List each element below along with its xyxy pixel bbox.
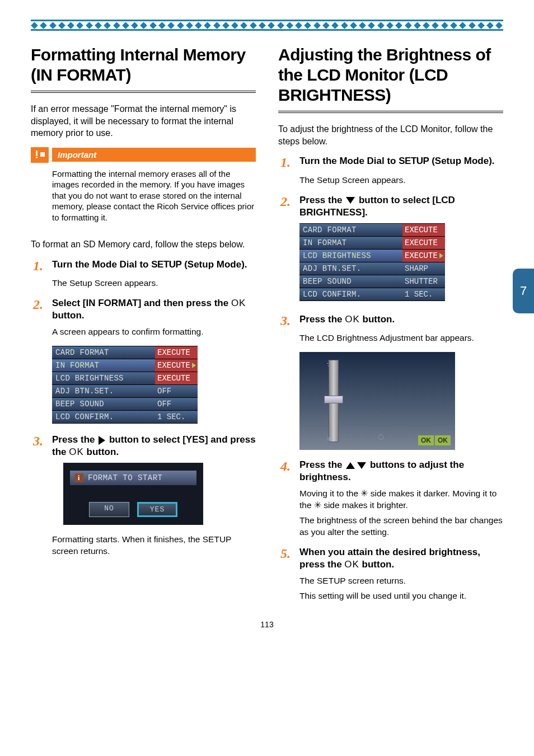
step-number: 3. <box>278 313 299 328</box>
menu-value: EXECUTE <box>402 250 445 262</box>
step-title: Press the buttons to adjust the brightne… <box>299 459 503 483</box>
menu-value: EXECUTE <box>402 237 445 249</box>
step-body: The Setup Screen appears. <box>52 278 256 289</box>
menu-value: SHARP <box>402 262 445 275</box>
heading-rule <box>278 111 503 113</box>
step-body: The LCD Brightness Adjustment bar appear… <box>299 332 503 344</box>
right-arrow-icon <box>99 436 105 445</box>
menu-row: BEEP SOUNDSHUTTER <box>299 275 445 288</box>
step-title: Press the button to select [LCD BRIGHTNE… <box>299 194 503 219</box>
step-body: A screen appears to confirm formatting. <box>52 326 256 338</box>
heading-rule <box>31 91 256 93</box>
left-preface: To format an SD Memory card, follow the … <box>31 238 256 251</box>
step-title: Turn the Mode Dial to SETUP (Setup Mode)… <box>52 259 247 273</box>
step-title: Turn the Mode Dial to SETUP (Setup Mode)… <box>299 155 495 170</box>
menu-row: LCD CONFIRM.1 SEC. <box>299 288 445 301</box>
page-number: 113 <box>0 620 534 629</box>
right-step-5: 5. When you attain the desired brightnes… <box>278 546 503 571</box>
step-body: The brightness of the screen behind the … <box>299 515 503 538</box>
menu-label: LCD CONFIRM. <box>52 411 155 423</box>
menu-row: IN FORMATEXECUTE <box>299 237 445 250</box>
menu-row: LCD BRIGHTNESSEXECUTE <box>299 250 445 262</box>
step-number: 4. <box>278 459 299 483</box>
menu-row: ADJ BTN.SET.SHARP <box>299 262 445 275</box>
menu-value: EXECUTE <box>155 346 198 359</box>
step-title: Select [IN FORMAT] and then press the OK… <box>52 297 256 322</box>
right-step-2: 2. Press the button to select [LCD BRIGH… <box>278 194 503 219</box>
brightness-dialog: ☀ ✳ ⌂ OKOK <box>299 352 455 450</box>
menu-value: OFF <box>155 398 198 410</box>
info-icon: i <box>74 473 83 482</box>
menu-row: ADJ BTN.SET.OFF <box>52 385 198 398</box>
step-number: 1. <box>31 259 52 273</box>
important-icon: ! <box>31 147 49 163</box>
brightness-knob <box>324 396 343 403</box>
important-label: Important <box>52 148 256 162</box>
yes-button: YES <box>137 502 177 517</box>
left-step-1: 1. Turn the Mode Dial to SETUP (Setup Mo… <box>31 259 256 273</box>
step-body: This setting will be used until you chan… <box>299 590 503 602</box>
left-heading: Formatting Internal Memory (IN FORMAT) <box>31 45 256 85</box>
right-column: Adjusting the Brightness of the LCD Moni… <box>278 45 503 610</box>
right-heading: Adjusting the Brightness of the LCD Moni… <box>278 45 503 105</box>
important-banner: ! Important <box>31 147 256 163</box>
left-step-3: 3. Press the button to select [YES] and … <box>31 434 256 458</box>
step-title: When you attain the desired brightness, … <box>299 546 503 571</box>
menu-label: BEEP SOUND <box>299 275 402 288</box>
menu-label: LCD BRIGHTNESS <box>52 372 155 384</box>
right-intro: To adjust the brightness of the LCD Moni… <box>278 123 503 147</box>
decorative-border: for (let i=0;i<52;i++) document.write('<… <box>31 20 503 31</box>
menu-value: OFF <box>155 385 198 397</box>
step-number: 3. <box>31 434 52 458</box>
step-number: 1. <box>278 155 299 170</box>
menu-label: CARD FORMAT <box>299 224 402 236</box>
ghost-icon: ⌂ <box>378 430 384 442</box>
menu-label: ADJ BTN.SET. <box>299 262 402 275</box>
down-arrow-icon <box>346 197 355 204</box>
step-number: 2. <box>31 297 52 322</box>
menu-label: CARD FORMAT <box>52 346 155 359</box>
menu-row: IN FORMATEXECUTE <box>52 359 198 372</box>
step-body: The Setup Screen appears. <box>299 175 503 186</box>
step-body: The SETUP screen returns. <box>299 575 503 587</box>
right-step-4: 4. Press the buttons to adjust the brigh… <box>278 459 503 483</box>
menu-label: ADJ BTN.SET. <box>52 385 155 397</box>
left-column: Formatting Internal Memory (IN FORMAT) I… <box>31 45 256 610</box>
menu-value: EXECUTE <box>402 224 445 236</box>
sun-dim-icon: ✳ <box>326 434 334 444</box>
ok-badge: OKOK <box>418 435 451 445</box>
left-step-2: 2. Select [IN FORMAT] and then press the… <box>31 297 256 322</box>
menu-row: CARD FORMATEXECUTE <box>299 223 445 237</box>
menu-value: SHUTTER <box>402 275 445 288</box>
menu-row: BEEP SOUNDOFF <box>52 398 198 411</box>
step-title: Press the OK button. <box>299 313 395 328</box>
format-banner: i FORMAT TO START <box>70 471 196 485</box>
right-step-1: 1. Turn the Mode Dial to SETUP (Setup Mo… <box>278 155 503 170</box>
right-step-3: 3. Press the OK button. <box>278 313 503 328</box>
step-body: Moving it to the ✳ side makes it darker.… <box>299 488 503 511</box>
format-banner-text: FORMAT TO START <box>88 473 163 482</box>
lcd-setup-menu-left: CARD FORMATEXECUTEIN FORMATEXECUTELCD BR… <box>52 346 198 424</box>
step-number: 5. <box>278 546 299 571</box>
menu-value: EXECUTE <box>155 372 198 384</box>
format-confirm-dialog: i FORMAT TO START NO YES <box>63 463 203 525</box>
menu-label: BEEP SOUND <box>52 398 155 410</box>
left-intro: If an error message "Format the internal… <box>31 103 256 139</box>
menu-label: LCD BRIGHTNESS <box>299 250 402 262</box>
menu-label: IN FORMAT <box>52 359 155 372</box>
menu-label: IN FORMAT <box>299 237 402 249</box>
menu-value: 1 SEC. <box>155 411 198 423</box>
menu-value: 1 SEC. <box>402 288 445 300</box>
no-button: NO <box>89 502 129 517</box>
step-number: 2. <box>278 194 299 219</box>
menu-label: LCD CONFIRM. <box>299 288 402 300</box>
menu-value: EXECUTE <box>155 359 198 372</box>
lcd-setup-menu-right: CARD FORMATEXECUTEIN FORMATEXECUTELCD BR… <box>299 223 445 301</box>
menu-row: CARD FORMATEXECUTE <box>52 346 198 359</box>
important-text: Formatting the internal memory erases al… <box>52 168 256 223</box>
menu-row: LCD CONFIRM.1 SEC. <box>52 411 198 424</box>
up-arrow-icon <box>346 462 355 469</box>
step-title: Press the button to select [YES] and pre… <box>52 434 256 458</box>
down-arrow-icon <box>357 462 366 469</box>
chapter-tab: 7 <box>513 269 534 313</box>
